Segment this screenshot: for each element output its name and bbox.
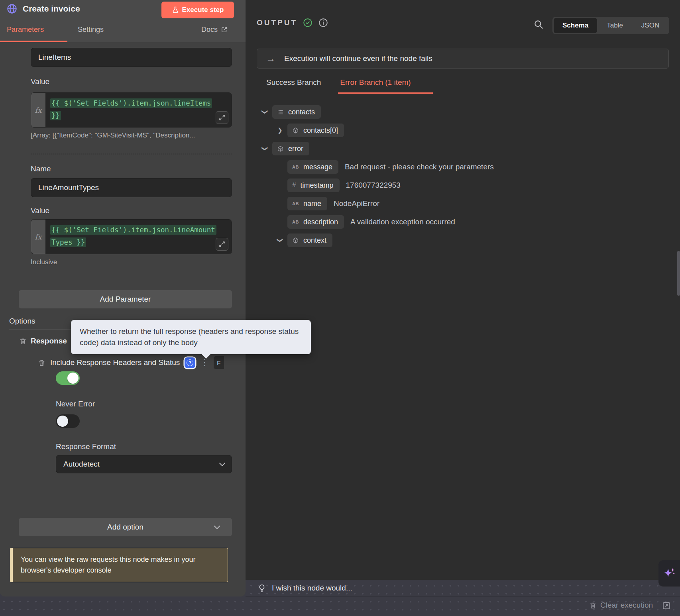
- schema-key-pill[interactable]: contacts[0]: [287, 124, 344, 137]
- success-check-icon: [303, 18, 313, 28]
- chevron-down-icon[interactable]: ❯: [277, 237, 284, 244]
- globe-node-icon: [6, 3, 18, 14]
- schema-key-pill[interactable]: ABdescription: [287, 215, 344, 229]
- parameter-name-input[interactable]: LineAmountTypes: [31, 178, 232, 197]
- schema-key-pill[interactable]: ABname: [287, 197, 327, 210]
- flask-icon: [172, 6, 179, 14]
- schema-key-pill[interactable]: error: [272, 142, 309, 155]
- lightbulb-icon: [257, 583, 266, 593]
- tree-row-contacts-0-: ❯contacts[0]: [246, 124, 660, 137]
- add-option-button[interactable]: Add option: [19, 518, 232, 536]
- fx-icon: fx: [31, 93, 45, 127]
- ai-assistant-button[interactable]: [658, 560, 680, 587]
- tree-row-message: ❯ABmessageBad request - please check you…: [246, 160, 660, 174]
- fx-icon: fx: [31, 220, 45, 254]
- trash-icon: [589, 601, 597, 610]
- cube-icon: [292, 237, 299, 244]
- schema-value: 1760077322953: [346, 181, 401, 190]
- lineamounttypes-expression-editor[interactable]: fx {{ $('Set Fields').item.json.LineAmou…: [31, 219, 232, 254]
- tree-row-timestamp: ❯#timestamp1760077322953: [246, 179, 660, 192]
- active-branch-underline: [338, 92, 433, 94]
- feedback-placeholder: I wish this node would...: [272, 584, 352, 592]
- value-label: Value: [31, 206, 49, 215]
- dev-console-notice: You can view the raw requests this node …: [10, 548, 228, 582]
- chevron-down-icon: [219, 460, 226, 467]
- node-feedback-bar[interactable]: I wish this node would...: [246, 580, 680, 596]
- delete-response-option-icon[interactable]: [19, 337, 27, 345]
- tooltip-caret: [201, 354, 211, 359]
- add-parameter-button[interactable]: Add Parameter: [19, 290, 232, 308]
- node-header: Create invoice Execute step Parameters S…: [0, 0, 246, 42]
- list-icon: [277, 109, 284, 116]
- chevron-right-icon[interactable]: ❯: [276, 127, 284, 134]
- search-icon[interactable]: [533, 19, 544, 29]
- include-headers-label: Include Response Headers and Status: [50, 358, 180, 367]
- tab-parameters[interactable]: Parameters: [7, 26, 44, 34]
- string-type-icon: AB: [292, 201, 299, 206]
- view-schema[interactable]: Schema: [554, 18, 597, 33]
- schema-value: Bad request - please check your paramete…: [345, 163, 494, 171]
- delete-include-headers-icon[interactable]: [38, 359, 45, 367]
- schema-key-pill[interactable]: context: [287, 233, 332, 247]
- chevron-down-icon[interactable]: ❯: [261, 108, 269, 116]
- arrow-right-icon: →: [266, 53, 275, 64]
- expression-result-hint: [Array: [{"ItemCode": "GM-SiteVisit-MS",…: [31, 131, 195, 139]
- schema-key-label: contacts: [288, 108, 315, 116]
- chevron-down-icon: [214, 523, 220, 530]
- view-table[interactable]: Table: [598, 18, 632, 33]
- schema-key-label: error: [288, 145, 303, 153]
- view-json[interactable]: JSON: [633, 18, 668, 33]
- name-label: Name: [31, 165, 51, 173]
- lineitems-expression-editor[interactable]: fx {{ $('Set Fields').item.json.lineItem…: [31, 92, 232, 128]
- continue-on-fail-banner: → Execution will continue even if the no…: [257, 49, 669, 69]
- clear-execution-button[interactable]: Clear execution: [589, 601, 653, 610]
- include-headers-toggle[interactable]: [56, 371, 80, 385]
- output-title: OUTPUT: [257, 18, 297, 27]
- success-branch-tab[interactable]: Success Branch: [266, 78, 321, 87]
- info-icon[interactable]: [318, 18, 328, 28]
- schema-value: NodeApiError: [334, 199, 379, 208]
- schema-value: A validation exception occurred: [350, 218, 455, 226]
- response-format-label: Response Format: [56, 442, 116, 451]
- parameter-name-input[interactable]: LineItems: [31, 48, 232, 67]
- schema-key-label: message: [303, 163, 332, 171]
- execute-step-button[interactable]: Execute step: [161, 2, 234, 18]
- schema-key-label: contacts[0]: [303, 126, 338, 135]
- open-expression-editor-icon[interactable]: [216, 111, 228, 124]
- tree-row-description: ❯ABdescriptionA validation exception occ…: [246, 215, 660, 229]
- string-type-icon: AB: [292, 165, 299, 169]
- schema-key-label: name: [303, 200, 321, 208]
- response-format-select[interactable]: Autodetect: [56, 455, 232, 473]
- open-execution-icon[interactable]: [662, 601, 671, 612]
- number-type-icon: #: [292, 181, 296, 189]
- tab-settings[interactable]: Settings: [78, 26, 104, 34]
- fixed-expression-toggle[interactable]: F: [214, 356, 224, 369]
- tree-row-context: ❯context: [246, 233, 660, 247]
- options-section-label: Options: [9, 317, 35, 326]
- output-scrollbar[interactable]: [677, 251, 680, 296]
- tree-row-error: ❯error: [246, 142, 660, 155]
- node-title: Create invoice: [23, 4, 80, 14]
- schema-key-pill[interactable]: #timestamp: [287, 179, 340, 192]
- value-label: Value: [31, 77, 49, 86]
- sparkle-icon: [662, 567, 676, 580]
- cube-icon: [292, 127, 299, 134]
- tree-row-contacts: ❯contacts: [246, 105, 660, 119]
- schema-key-label: timestamp: [300, 181, 333, 190]
- schema-key-label: description: [303, 218, 338, 226]
- tab-docs[interactable]: Docs: [201, 26, 228, 34]
- active-tab-underline: [0, 41, 67, 42]
- response-group-label: Response: [31, 337, 67, 345]
- cube-icon: [277, 145, 284, 152]
- open-expression-editor-icon[interactable]: [216, 238, 228, 251]
- kebab-menu-icon[interactable]: ⋮: [200, 359, 209, 367]
- schema-key-pill[interactable]: contacts: [272, 105, 321, 119]
- help-icon[interactable]: ?: [185, 357, 195, 368]
- chevron-down-icon[interactable]: ❯: [261, 145, 269, 153]
- schema-key-pill[interactable]: ABmessage: [287, 160, 338, 174]
- error-branch-tab[interactable]: Error Branch (1 item): [340, 78, 411, 87]
- n8n-node-detail-view: Create invoice Execute step Parameters S…: [0, 0, 680, 616]
- never-error-toggle[interactable]: [56, 414, 80, 428]
- panel-tabs: Parameters Settings Docs: [0, 22, 246, 42]
- string-type-icon: AB: [292, 220, 299, 224]
